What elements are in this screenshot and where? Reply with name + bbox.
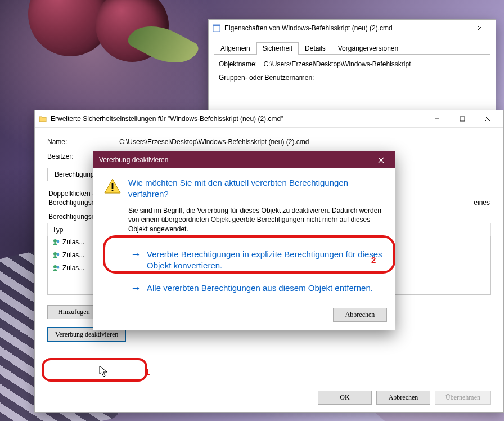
ok-button[interactable]: OK — [318, 391, 372, 405]
dialog-subtext: Sie sind im Begriff, die Vererbung für d… — [128, 206, 385, 234]
svg-point-3 — [53, 239, 57, 243]
tab-vorgaenger[interactable]: Vorgängerversionen — [332, 42, 404, 55]
dialog-titlebar[interactable]: Vererbung deaktivieren — [93, 151, 395, 168]
dialog-cancel-button[interactable]: Abbrechen — [333, 308, 387, 322]
dialog-headline: Wie möchten Sie mit den aktuell vererbte… — [128, 177, 385, 200]
svg-point-8 — [57, 266, 60, 269]
advanced-title: Erweiterte Sicherheitseinstellungen für … — [51, 115, 424, 123]
close-icon[interactable] — [467, 20, 492, 37]
apply-button: Übernehmen — [435, 391, 491, 405]
advanced-titlebar[interactable]: Erweiterte Sicherheitseinstellungen für … — [35, 110, 503, 128]
properties-tabs: Allgemein Sicherheit Details Vorgängerve… — [214, 42, 490, 55]
object-name-value: C:\Users\Erzesel\Desktop\Windows-Befehls… — [263, 60, 411, 68]
option-remove[interactable]: → Alle vererbten Berechtigungen aus dies… — [128, 277, 385, 299]
properties-title: Eigenschaften von Windows-Befehlsskript … — [224, 24, 467, 32]
minimize-icon[interactable] — [424, 111, 449, 127]
groups-label: Gruppen- oder Benutzernamen: — [219, 74, 314, 82]
svg-point-7 — [53, 265, 57, 268]
option-convert[interactable]: → Vererbte Berechtigungen in explizite B… — [128, 243, 385, 277]
arrow-right-icon: → — [130, 249, 141, 259]
tab-sicherheit[interactable]: Sicherheit — [256, 42, 299, 55]
cancel-button[interactable]: Abbrechen — [376, 391, 430, 405]
name-label: Name: — [47, 138, 119, 146]
folder-icon — [38, 114, 47, 123]
user-icon — [52, 264, 60, 274]
name-value: C:\Users\Erzesel\Desktop\Windows-Befehls… — [119, 138, 491, 146]
properties-icon — [212, 24, 221, 33]
user-icon — [52, 238, 60, 248]
annotation-number-1: 1 — [145, 367, 150, 377]
disable-inheritance-dialog: Vererbung deaktivieren Wie möchten Sie m… — [93, 151, 395, 330]
svg-rect-2 — [460, 117, 465, 121]
tab-details[interactable]: Details — [299, 42, 332, 55]
svg-point-6 — [57, 253, 60, 256]
close-icon[interactable] — [475, 111, 500, 127]
dialog-title: Vererbung deaktivieren — [99, 156, 168, 164]
properties-window: Eigenschaften von Windows-Befehlsskript … — [208, 19, 496, 122]
option-convert-label: Vererbte Berechtigungen in explizite Ber… — [147, 249, 382, 272]
maximize-icon[interactable] — [449, 111, 475, 127]
close-icon[interactable] — [372, 151, 389, 168]
warning-icon — [104, 177, 123, 300]
col-typ[interactable]: Typ — [48, 223, 92, 236]
svg-rect-10 — [112, 190, 114, 191]
svg-point-4 — [57, 240, 60, 243]
object-name-label: Objektname: — [219, 60, 257, 68]
option-remove-label: Alle vererbten Berechtigungen aus diesem… — [147, 283, 373, 294]
svg-rect-1 — [213, 25, 220, 26]
user-icon — [52, 251, 60, 261]
properties-titlebar[interactable]: Eigenschaften von Windows-Befehlsskript … — [209, 20, 496, 37]
tab-allgemein[interactable]: Allgemein — [214, 42, 256, 55]
arrow-right-icon: → — [130, 283, 141, 293]
annotation-number-2: 2 — [371, 255, 376, 265]
svg-point-5 — [53, 252, 57, 256]
svg-rect-9 — [112, 183, 114, 189]
